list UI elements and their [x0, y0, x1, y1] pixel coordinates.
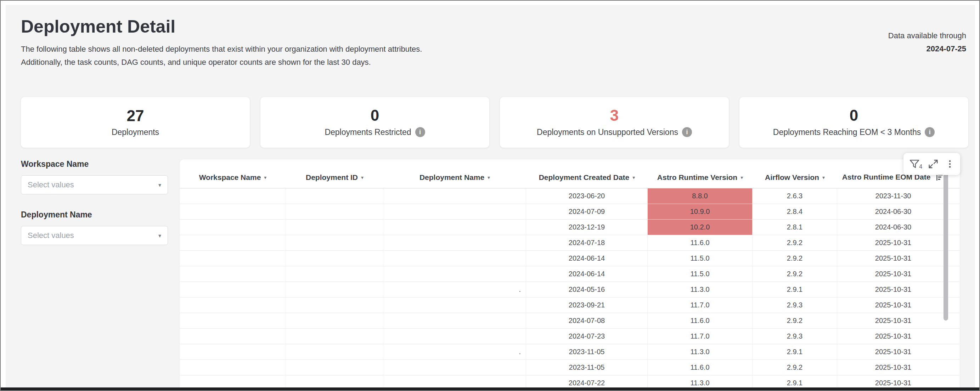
chevron-down-icon: ▾: [158, 232, 161, 239]
cell-workspace: [180, 360, 286, 375]
cell-deployment_name: [383, 360, 526, 375]
cell-workspace: [180, 251, 286, 266]
table-row: .2023-11-0511.3.02.9.12025-10-31: [180, 344, 960, 360]
table-row: 2024-07-0811.6.02.9.22025-10-31: [180, 313, 960, 329]
cell-created: 2024-07-23: [526, 329, 648, 344]
cell-eom: 2024-06-30: [837, 219, 949, 235]
cell-eom: 2025-10-31: [837, 329, 949, 344]
cell-runtime: 11.3.0: [648, 282, 752, 297]
sort-caret-icon: ▾: [361, 175, 364, 180]
cell-eom: 2025-10-31: [837, 266, 949, 281]
info-icon[interactable]: i: [415, 127, 425, 137]
filter-sidebar: Workspace Name Select values ▾ Deploymen…: [21, 159, 168, 261]
cell-deployment_id: [286, 235, 383, 250]
cell-created: 2024-05-16: [526, 282, 648, 297]
table-row: 2023-09-2111.7.02.9.32025-10-31: [180, 297, 960, 313]
table-body: 2023-06-208.8.02.6.32023-11-302024-07-09…: [180, 188, 960, 389]
cell-deployment_id: [286, 329, 383, 344]
cell-runtime: 8.8.0: [648, 188, 752, 203]
column-header-label: Deployment Created Date: [539, 173, 630, 182]
column-header-airflow-version[interactable]: Airflow Version▾: [752, 173, 837, 188]
horizontal-scrollbar[interactable]: [1, 388, 980, 390]
table-toolbar: 4: [904, 153, 960, 175]
cell-eom: 2025-10-31: [837, 344, 949, 359]
column-header-deployment-id[interactable]: Deployment ID▾: [286, 173, 383, 188]
column-header-label: Deployment ID: [306, 173, 358, 182]
sort-caret-icon: ▾: [487, 175, 490, 180]
stat-card-deployments: 27 Deployments: [21, 97, 250, 148]
chevron-down-icon: ▾: [158, 182, 161, 188]
table-row: 2024-07-0910.9.02.8.42024-06-30: [180, 204, 960, 219]
cell-workspace: [180, 219, 286, 235]
cell-workspace: [180, 313, 286, 328]
cell-deployment_id: [286, 297, 383, 313]
cell-runtime: 11.3.0: [648, 344, 752, 359]
info-icon[interactable]: i: [682, 127, 692, 137]
cell-deployment_id: [286, 204, 383, 219]
info-icon[interactable]: i: [925, 127, 935, 137]
stat-card-deployments-restricted: 0 Deployments Restricted i: [261, 97, 489, 148]
cell-created: 2024-07-08: [526, 313, 648, 328]
deployment-name-select[interactable]: Select values ▾: [21, 226, 168, 245]
data-available-date: 2024-07-25: [888, 42, 966, 55]
cell-eom: 2025-10-31: [837, 297, 949, 313]
vertical-scrollbar[interactable]: [943, 162, 948, 321]
cell-deployment_name: .: [383, 282, 526, 297]
cell-deployment_name: [383, 297, 526, 313]
data-available-label: Data available through: [888, 29, 966, 42]
cell-created: 2024-07-09: [526, 204, 648, 219]
cell-deployment_name: [383, 266, 526, 281]
cell-workspace: [180, 235, 286, 250]
table-row: .2024-05-1611.3.02.9.12025-10-31: [180, 282, 960, 297]
cell-eom: 2025-10-31: [837, 313, 949, 328]
cell-created: 2024-06-14: [526, 266, 648, 281]
cell-deployment_name: [383, 329, 526, 344]
kebab-menu-icon[interactable]: [945, 158, 955, 170]
column-header-workspace-name[interactable]: Workspace Name▾: [180, 173, 286, 188]
cell-workspace: [180, 282, 286, 297]
cell-eom: 2023-11-30: [837, 188, 949, 203]
cell-deployment_id: [286, 188, 383, 203]
select-placeholder: Select values: [28, 180, 74, 189]
cell-runtime: 11.5.0: [648, 266, 752, 281]
stat-value: 0: [371, 108, 379, 123]
cell-airflow: 2.9.2: [752, 235, 837, 250]
cell-airflow: 2.9.3: [752, 297, 837, 313]
cell-deployment_id: [286, 219, 383, 235]
cell-runtime: 11.6.0: [648, 360, 752, 375]
cell-airflow: 2.9.1: [752, 344, 837, 359]
cell-deployment_id: [286, 313, 383, 328]
sort-caret-icon: ▾: [740, 175, 743, 180]
deployment-name-filter-label: Deployment Name: [21, 210, 168, 219]
stat-value: 3: [610, 108, 619, 123]
cell-created: 2023-12-19: [526, 219, 648, 235]
stat-card-unsupported-versions: 3 Deployments on Unsupported Versions i: [500, 97, 729, 148]
cell-eom: 2025-10-31: [837, 235, 949, 250]
cell-eom: 2025-10-31: [837, 282, 949, 297]
workspace-name-filter-label: Workspace Name: [21, 159, 168, 169]
cell-runtime: 11.7.0: [648, 297, 752, 313]
column-header-astro-runtime-version[interactable]: Astro Runtime Version▾: [648, 173, 752, 188]
table-row: 2024-07-1811.6.02.9.22025-10-31: [180, 235, 960, 251]
cell-eom: 2024-06-30: [837, 204, 949, 219]
cell-eom: 2025-10-31: [837, 360, 949, 375]
filter-count: 4: [919, 164, 922, 170]
page-description: The following table shows all non-delete…: [21, 43, 422, 69]
cell-deployment_name: [383, 219, 526, 235]
stat-card-reaching-eom: 0 Deployments Reaching EOM < 3 Months i: [740, 97, 968, 148]
deployments-table-panel: Workspace Name▾Deployment ID▾Deployment …: [180, 159, 960, 389]
filter-icon[interactable]: 4: [908, 158, 922, 170]
cell-runtime: 10.2.0: [648, 219, 752, 235]
cell-airflow: 2.9.2: [752, 313, 837, 328]
workspace-name-select[interactable]: Select values ▾: [21, 175, 168, 194]
stat-cards-row: 27 Deployments 0 Deployments Restricted …: [21, 97, 968, 148]
column-header-label: Airflow Version: [765, 173, 819, 182]
column-header-deployment-created-date[interactable]: Deployment Created Date▾: [526, 173, 648, 188]
expand-icon[interactable]: [927, 158, 939, 170]
cell-workspace: [180, 329, 286, 344]
column-header-deployment-name[interactable]: Deployment Name▾: [383, 173, 526, 188]
column-header-label: Deployment Name: [420, 173, 484, 182]
cell-runtime: 10.9.0: [648, 204, 752, 219]
table-row: 2024-06-1411.5.02.9.22025-10-31: [180, 266, 960, 282]
table-row: 2023-06-208.8.02.6.32023-11-30: [180, 188, 960, 204]
